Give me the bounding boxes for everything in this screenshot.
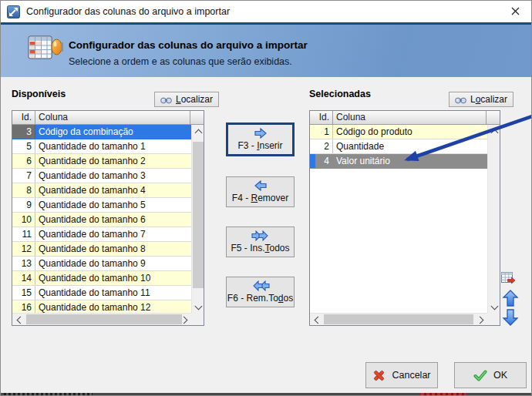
- insert-all-button[interactable]: F5 - Ins.Todos: [226, 227, 295, 257]
- scroll-down-button[interactable]: [488, 300, 500, 313]
- horizontal-scrollbar[interactable]: [12, 313, 191, 325]
- scroll-right-button[interactable]: [179, 314, 191, 326]
- scroll-up-button[interactable]: [192, 125, 204, 137]
- scrollbar-corner: [487, 313, 500, 325]
- table-row[interactable]: 8Quantidade do tamanho 4: [12, 183, 191, 198]
- chevron-up-icon: [194, 129, 202, 136]
- vertical-scrollbar[interactable]: [487, 125, 500, 313]
- double-arrow-left-icon: [251, 280, 270, 291]
- scroll-up-button[interactable]: [488, 125, 500, 137]
- selected-label: Selecionadas: [309, 89, 371, 99]
- available-list: Id. Coluna 3Código da combinação 5Quanti…: [12, 110, 204, 326]
- table-row[interactable]: 16Quantidade do tamanho 12: [12, 300, 191, 313]
- scrollbar-thumb[interactable]: [193, 142, 204, 288]
- dialog-header: Configurador das colunas do arquivo a im…: [1, 22, 531, 77]
- scrollbar-thumb[interactable]: [26, 314, 182, 324]
- available-label: Disponíveis: [12, 89, 66, 99]
- remove-button-label: F4 - Remover: [232, 193, 288, 203]
- background-window-edge: [1, 393, 531, 395]
- chevron-down-icon: [194, 302, 202, 310]
- header-subtitle: Selecione a ordem e as colunas que serão…: [69, 56, 292, 67]
- chevron-right-icon: [180, 316, 187, 324]
- table-row-selected[interactable]: 3Código da combinação: [12, 125, 191, 139]
- vertical-scrollbar[interactable]: [191, 125, 204, 313]
- available-find-button[interactable]: Localizar: [154, 92, 219, 107]
- horizontal-scrollbar[interactable]: [310, 313, 487, 325]
- available-rows: 3Código da combinação 5Quantidade do tam…: [12, 125, 191, 313]
- arrow-up-icon: [502, 289, 519, 307]
- cancel-button-label: Cancelar: [392, 370, 430, 381]
- arrow-down-icon: [502, 308, 519, 327]
- scroll-right-button[interactable]: [475, 314, 487, 326]
- chevron-right-icon: [476, 316, 483, 324]
- insert-button[interactable]: F3 - Inserir: [226, 122, 295, 156]
- table-row[interactable]: 14Quantidade do tamanho 10: [12, 271, 191, 286]
- insert-button-label: F3 - Inserir: [237, 140, 282, 151]
- table-row[interactable]: 12Quantidade do tamanho 8: [12, 242, 191, 257]
- table-row[interactable]: 10Quantidade do tamanho 6: [12, 213, 191, 227]
- move-up-button[interactable]: [502, 289, 519, 307]
- available-list-header: Id. Coluna: [12, 111, 204, 125]
- chevron-up-icon: [490, 129, 498, 136]
- table-row[interactable]: 2Quantidade: [310, 139, 487, 154]
- find-button-label: Localizar: [176, 94, 213, 105]
- grid-action-button[interactable]: [500, 270, 516, 286]
- column-header-id: Id.: [310, 111, 333, 124]
- red-x-icon: [372, 369, 386, 382]
- arrow-left-icon: [254, 180, 268, 191]
- remove-button[interactable]: F4 - Remover: [226, 176, 295, 207]
- chevron-left-icon: [314, 316, 322, 324]
- remove-all-button[interactable]: F6 - Rem.Todos: [226, 277, 295, 307]
- chevron-down-icon: [490, 302, 498, 310]
- chevron-left-icon: [16, 316, 24, 324]
- window-title: Configurador das colunas do arquivo a im…: [26, 6, 230, 17]
- close-icon: [511, 7, 520, 15]
- remove-all-button-label: F6 - Rem.Todos: [227, 293, 293, 304]
- column-header-name: Coluna: [333, 111, 487, 124]
- selected-list: Id. Coluna 1Código do produto 2Quantidad…: [309, 110, 500, 326]
- binoculars-icon: [160, 96, 172, 104]
- move-down-button[interactable]: [502, 308, 519, 327]
- column-header-id: Id.: [12, 111, 35, 124]
- spreadsheet-columns-icon: [27, 33, 64, 62]
- close-button[interactable]: [499, 1, 531, 22]
- table-row[interactable]: 1Código do produto: [310, 125, 487, 139]
- table-red-arrow-icon: [500, 270, 516, 286]
- app-icon: [7, 5, 20, 18]
- ok-button[interactable]: OK: [454, 362, 527, 388]
- selected-find-button[interactable]: Localizar: [449, 92, 513, 107]
- scroll-down-button[interactable]: [192, 300, 204, 313]
- background-artifact: [421, 393, 466, 395]
- table-row[interactable]: 11Quantidade do tamanho 7: [12, 227, 191, 242]
- column-header-name: Coluna: [35, 111, 190, 124]
- table-row[interactable]: 9Quantidade do tamanho 5: [12, 198, 191, 213]
- scroll-left-button[interactable]: [12, 314, 25, 326]
- background-artifact: [4, 393, 93, 395]
- scrollbar-thumb[interactable]: [324, 314, 473, 324]
- scroll-left-button[interactable]: [310, 314, 322, 326]
- table-row-selected[interactable]: 4Valor unitário: [310, 154, 487, 169]
- header-title: Configurador das colunas do arquivo a im…: [69, 39, 308, 51]
- cancel-button[interactable]: Cancelar: [365, 362, 438, 388]
- double-arrow-right-icon: [251, 230, 270, 241]
- selected-rows: 1Código do produto 2Quantidade 4Valor un…: [310, 125, 487, 313]
- table-row[interactable]: 13Quantidade do tamanho 9: [12, 257, 191, 271]
- binoculars-icon: [455, 96, 466, 104]
- green-check-icon: [473, 370, 487, 381]
- column-configurator-dialog: Configurador das colunas do arquivo a im…: [0, 0, 532, 396]
- insert-all-button-label: F5 - Ins.Todos: [231, 243, 289, 253]
- scrollbar-corner: [191, 313, 204, 325]
- table-row[interactable]: 7Quantidade do tamanho 3: [12, 169, 191, 183]
- arrow-right-icon: [254, 128, 268, 139]
- titlebar: Configurador das colunas do arquivo a im…: [1, 1, 531, 22]
- table-row[interactable]: 15Quantidade do tamanho 11: [12, 286, 191, 300]
- ok-button-label: OK: [493, 370, 507, 381]
- table-row[interactable]: 6Quantidade do tamanho 2: [12, 154, 191, 169]
- selected-list-header: Id. Coluna: [310, 111, 500, 125]
- find-button-label: Localizar: [470, 94, 507, 105]
- table-row[interactable]: 5Quantidade do tamanho 1: [12, 139, 191, 154]
